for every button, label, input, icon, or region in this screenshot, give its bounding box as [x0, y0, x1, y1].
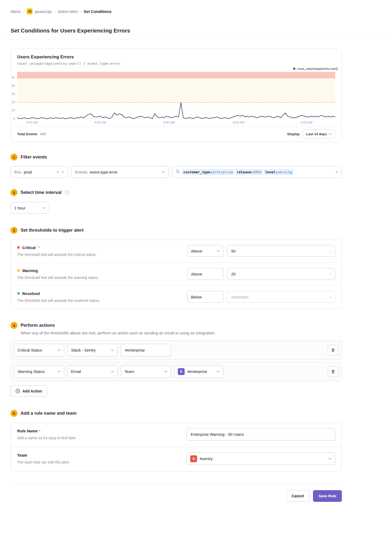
- required-asterisk: *: [38, 246, 40, 250]
- perform-actions-title: Perform actions: [21, 323, 55, 328]
- warning-status-dot: [17, 269, 20, 272]
- critical-status-dot: [17, 246, 20, 249]
- trash-icon: [331, 369, 335, 374]
- chevron-down-icon: [217, 371, 220, 372]
- chevron-right-icon: ›: [54, 9, 55, 13]
- rule-panel: Rule Name * Add a name so it's easy to f…: [11, 423, 342, 471]
- y-axis-label: 20: [12, 100, 15, 104]
- chevron-down-icon: [111, 349, 114, 351]
- resolved-operator-value: Below: [191, 295, 202, 299]
- time-interval-select[interactable]: 1 hour: [11, 202, 49, 214]
- search-token[interactable]: customer_type:enterprise: [182, 169, 234, 175]
- action-team-select[interactable]: E #enterprise: [174, 365, 223, 378]
- y-axis-label: 0: [13, 117, 15, 120]
- environment-label: Env:: [14, 170, 22, 174]
- resolved-status-dot: [17, 292, 20, 295]
- total-events-value: 443: [40, 132, 46, 136]
- resolved-description: The threshold that will activate the res…: [17, 298, 187, 303]
- x-axis-label: 4:00 AM: [26, 121, 38, 124]
- help-icon[interactable]: ?: [65, 190, 69, 195]
- legend-dot-icon: [293, 68, 295, 70]
- chart-panel: Users Experiencing Errors count_unique(t…: [11, 48, 342, 142]
- warning-threshold-input-wrap: ↕: [227, 268, 335, 280]
- event-type-label: Events:: [75, 170, 88, 174]
- time-interval-title: Select time interval: [21, 190, 62, 195]
- environment-value: prod: [24, 170, 32, 174]
- environment-select[interactable]: Env: prod ×: [11, 166, 68, 178]
- time-range-button[interactable]: Last 14 days: [303, 129, 335, 139]
- search-input[interactable]: customer_type:enterprise release:EMEA le…: [172, 166, 342, 178]
- resolved-threshold-input[interactable]: [231, 294, 330, 300]
- critical-label: Critical: [22, 245, 36, 250]
- chart-line-svg: [17, 72, 335, 119]
- resolved-label: Resolved: [22, 291, 40, 296]
- action-target-type-select[interactable]: Team: [121, 365, 171, 378]
- warning-threshold-input[interactable]: [231, 272, 330, 277]
- display-label: Display: [287, 132, 300, 136]
- warning-operator-select[interactable]: Above: [187, 268, 223, 280]
- breadcrumb-alerts[interactable]: Alerts: [11, 9, 21, 14]
- chevron-down-icon: [217, 250, 220, 252]
- resolved-threshold-row: Resolved The threshold that will activat…: [11, 286, 342, 308]
- required-asterisk: *: [39, 429, 40, 433]
- action-integration-select[interactable]: Slack - Sentry: [67, 344, 118, 356]
- token-value: warning: [278, 170, 292, 174]
- chart-plot: 01020304050: [17, 72, 335, 119]
- chevron-right-icon: ›: [23, 9, 24, 13]
- search-token[interactable]: level:warning: [264, 169, 293, 175]
- clear-environment-icon[interactable]: ×: [57, 170, 59, 174]
- breadcrumb-select-alert[interactable]: Select Alert: [58, 9, 78, 14]
- rule-name-description: Add a name so it's easy to find later.: [17, 436, 186, 440]
- save-rule-button[interactable]: Save Rule: [313, 490, 342, 502]
- perform-actions-description: When any of the thresholds above are met…: [21, 331, 342, 335]
- stepper-icon[interactable]: ↕: [330, 249, 332, 253]
- warning-label: Warning: [22, 268, 38, 273]
- action-row-critical: Critical Status Slack - Sentry: [11, 340, 342, 360]
- delete-action-button[interactable]: [328, 366, 338, 377]
- action-team-value: #enterprise: [187, 369, 207, 374]
- team-label: Team: [17, 453, 27, 457]
- action-status-select[interactable]: Warning Status: [14, 365, 64, 378]
- event-type-value: event.type:error: [90, 170, 118, 174]
- token-key: level:: [265, 170, 278, 174]
- y-axis-label: 10: [12, 109, 15, 112]
- action-integration-select[interactable]: Email: [67, 365, 118, 378]
- rule-name-input[interactable]: [190, 432, 332, 437]
- resolved-operator-select[interactable]: Below: [187, 291, 223, 303]
- chart-query: count_unique(tags[sentry:user]) | event.…: [17, 62, 335, 66]
- team-select[interactable]: S #sentry: [186, 452, 335, 465]
- breadcrumb: Alerts › JS javascript › Select Alert › …: [11, 0, 342, 14]
- action-channel-input[interactable]: [124, 348, 167, 353]
- team-value: #sentry: [200, 456, 213, 461]
- breadcrumb-project[interactable]: javascript: [35, 9, 52, 14]
- search-tokens: customer_type:enterprise release:EMEA le…: [182, 169, 333, 175]
- team-avatar-badge: S: [190, 455, 197, 462]
- search-token[interactable]: release:EMEA: [236, 169, 263, 175]
- x-axis-label: 4:00 AM: [233, 121, 244, 124]
- cancel-button[interactable]: Cancel: [286, 490, 309, 502]
- add-action-button[interactable]: Add Action: [11, 385, 47, 397]
- chevron-down-icon: [58, 371, 60, 372]
- stepper-icon[interactable]: ↕: [330, 295, 332, 299]
- rule-name-input-wrap: [186, 428, 335, 441]
- action-status-value: Warning Status: [18, 369, 45, 374]
- gridline: [17, 110, 335, 111]
- clear-search-icon[interactable]: ×: [335, 170, 338, 174]
- event-type-select[interactable]: Events: event.type:error: [71, 166, 169, 178]
- action-status-select[interactable]: Critical Status: [14, 344, 64, 356]
- page-title: Set Conditions for Users Experiencing Er…: [11, 27, 342, 34]
- breadcrumb-set-conditions: Set Conditions: [84, 9, 112, 14]
- delete-action-button[interactable]: [328, 345, 338, 355]
- x-axis-label: 4:00 AM: [163, 121, 175, 124]
- step-2-circle: 2: [11, 189, 17, 196]
- stepper-icon[interactable]: ↕: [330, 272, 332, 276]
- x-axis-label: 4:00 AM: [94, 121, 106, 124]
- warning-threshold-row: Warning The threshold that will activate…: [11, 263, 342, 286]
- critical-threshold-input[interactable]: [231, 249, 330, 254]
- search-icon: [176, 170, 180, 175]
- critical-operator-select[interactable]: Above: [187, 245, 223, 257]
- critical-threshold-input-wrap: ↕: [227, 245, 335, 257]
- team-row: Team The team that can edit this alert. …: [11, 447, 342, 471]
- add-action-label: Add Action: [22, 389, 42, 393]
- chevron-down-icon: [58, 349, 60, 351]
